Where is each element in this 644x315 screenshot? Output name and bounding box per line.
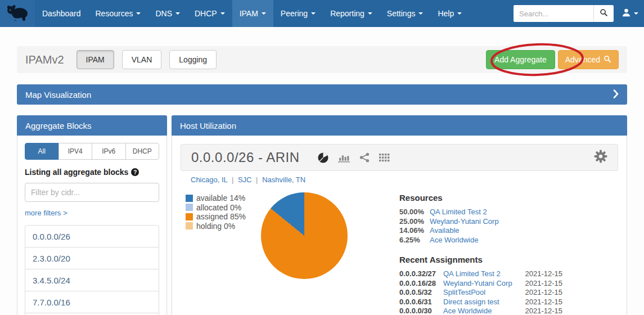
nav-item-resources[interactable]: Resources [88,0,148,27]
list-item[interactable]: 2.3.0.0/20 [25,247,159,269]
advanced-button[interactable]: Advanced [558,50,619,69]
gear-icon[interactable] [594,150,607,165]
resource-link[interactable]: Available [430,226,460,236]
assignment-cidr: 0.0.0.5/32 [399,288,443,298]
question-help-icon[interactable]: ? [131,168,139,176]
cidr-filter-input[interactable] [25,183,159,202]
legend-item: holding 0% [186,222,246,231]
resource-row: 6.25% Ace Worldwide [399,236,562,245]
panda-logo-icon [5,3,30,24]
resource-pct: 50.00% [399,208,430,217]
assignment-link[interactable]: Weyland-Yutani Corp [443,279,523,289]
aggregate-block-list: 0.0.0.0/26 2.3.0.0/20 3.4.5.0/24 7.7.0.0… [25,225,159,315]
legend-swatch [186,204,193,211]
nav-item-help[interactable]: Help [430,0,469,27]
nav-item-dashboard[interactable]: Dashboard [35,0,88,27]
more-filters-link[interactable]: more filters > [25,209,67,217]
caret-icon [457,12,462,15]
bar-chart-icon[interactable] [338,153,350,163]
table-row: 0.0.0.16/28 Weyland-Yutani Corp 2021-12-… [399,279,562,289]
host-utilization-panel: Host Utilization 0.0.0.0/26 - ARIN [172,115,627,315]
search-icon [604,55,611,65]
caret-icon [136,12,141,15]
tab-vlan[interactable]: VLAN [122,50,162,69]
nav-item-dhcp[interactable]: DHCP [187,0,232,27]
assignment-cidr: 0.0.0.6/31 [399,298,443,307]
list-item[interactable]: 3.4.5.0/24 [25,269,159,291]
tab-logging[interactable]: Logging [169,50,217,69]
assignment-date: 2021-12-15 [523,307,562,315]
nav-label: DNS [155,0,172,27]
resource-row: 14.06% Available [399,226,562,236]
assignment-link[interactable]: Ace Worldwide [443,307,523,315]
grid-icon[interactable] [379,154,390,162]
caret-icon [175,12,180,15]
legend-swatch [186,213,193,220]
search-input[interactable] [514,5,593,22]
legend-swatch [186,222,193,230]
caret-icon [418,12,423,15]
caret-icon [368,12,372,15]
resource-link[interactable]: Weyland-Yutani Corp [430,217,499,227]
search-button[interactable] [593,5,614,22]
nav-item-reporting[interactable]: Reporting [323,0,380,27]
caret-icon [262,12,266,15]
recent-assignments-heading: Recent Assignments [399,255,562,264]
tab-dhcp[interactable]: DHCP [125,143,160,160]
location-link[interactable]: Chicago, IL [191,176,227,184]
add-aggregate-button[interactable]: Add Aggregate [486,50,555,69]
separator: | [229,176,236,184]
nav-item-dns[interactable]: DNS [148,0,187,27]
resource-link[interactable]: QA Limited Test 2 [430,208,487,217]
assignment-link[interactable]: QA Limited Test 2 [443,269,523,279]
separator: | [254,176,260,184]
app-logo[interactable] [0,0,35,27]
tab-ipv4[interactable]: IPV4 [58,143,93,160]
map-visualization-bar[interactable]: Map Visualization [17,84,627,105]
utilization-chart: available 14% allocated 0% assigned 85% [181,184,618,315]
table-row: 0.0.0.5/32 SplitTestPool 2021-12-15 [399,288,562,298]
legend-item: assigned 85% [186,212,246,222]
legend-item: available 14% [186,194,246,203]
assignment-link[interactable]: SplitTestPool [443,288,523,298]
user-menu[interactable] [622,8,638,20]
caret-icon [311,12,316,15]
advanced-label: Advanced [565,55,600,64]
legend-item: allocated 0% [186,203,246,213]
block-subheader: 0.0.0.0/26 - ARIN [181,144,618,171]
chart-legend: available 14% allocated 0% assigned 85% [186,194,246,231]
nav-label: Resources [96,0,133,27]
list-item[interactable]: 7.7.0.0/16 [25,291,159,313]
host-utilization-header: Host Utilization [172,115,627,136]
legend-label: assigned 85% [196,212,246,222]
breadcrumb-locations: Chicago, IL | SJC | Nashville, TN [181,176,618,184]
assignment-cidr: 0.0.0.0/30 [399,307,443,315]
legend-label: available 14% [196,194,245,203]
resource-pct: 14.06% [399,226,430,236]
assignment-date: 2021-12-15 [523,269,562,279]
tab-ipam[interactable]: IPAM [76,50,114,69]
nav-item-peering[interactable]: Peering [273,0,323,27]
list-item[interactable]: 0.0.0.0/26 [25,225,159,248]
assignment-cidr: 0.0.0.32/27 [399,269,443,279]
legend-label: holding 0% [196,222,235,231]
tab-all[interactable]: All [25,143,59,160]
nav-item-ipam[interactable]: IPAM [232,0,273,27]
share-icon[interactable] [359,152,370,163]
aggregate-blocks-header: Aggregate Blocks [17,115,167,136]
listing-label: Listing all aggregate blocks [25,168,128,177]
page-header: IPAMv2 IPAM VLAN Logging Add Aggregate A… [17,46,627,73]
page-title: IPAMv2 [25,53,64,66]
resource-link[interactable]: Ace Worldwide [430,236,478,245]
nav-label: Peering [281,0,308,27]
location-link[interactable]: SJC [238,176,252,184]
location-link[interactable]: Nashville, TN [262,176,305,184]
chevron-right-icon [613,89,619,100]
nav-item-settings[interactable]: Settings [380,0,431,27]
assignment-link[interactable]: Direct assign test [443,298,523,307]
aggregate-blocks-title: Aggregate Blocks [25,121,92,130]
tab-ipv6[interactable]: IPv6 [92,143,126,160]
pie-chart-icon[interactable] [318,152,328,163]
table-row: 0.0.0.32/27 QA Limited Test 2 2021-12-15 [399,269,562,279]
host-utilization-title: Host Utilization [180,121,236,130]
